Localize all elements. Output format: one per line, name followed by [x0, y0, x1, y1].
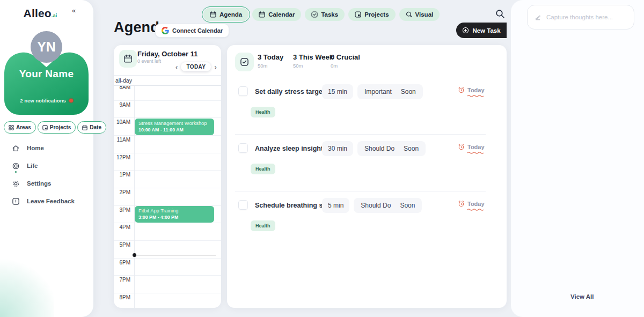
task-duration-chip[interactable]: 15 min	[322, 84, 353, 99]
user-name: Your Name	[4, 68, 89, 80]
calendar-hour-row[interactable]: 8PM	[114, 293, 221, 308]
agenda-calendar-panel: Friday, October 11 0 event left ‹ TODAY …	[114, 45, 221, 308]
google-logo-icon	[162, 27, 169, 34]
filter-tab-projects[interactable]: Projects	[38, 121, 76, 134]
capture-panel	[511, 0, 644, 317]
calendar-event[interactable]: Stress Management Workshop 10:00 AM - 11…	[135, 119, 214, 135]
task-due-label: Today	[467, 144, 485, 150]
view-all-link[interactable]: View All	[570, 293, 594, 300]
capture-thoughts-input[interactable]	[546, 14, 627, 20]
tab-agenda[interactable]: Agenda	[203, 8, 248, 21]
life-active-dot	[15, 171, 17, 173]
task-due[interactable]: Today	[458, 143, 485, 150]
task-row: Set daily stress targets 15 min Importan…	[235, 86, 499, 120]
pen-icon	[535, 13, 541, 21]
tab-projects[interactable]: Projects	[348, 8, 395, 21]
calendar-hour-row[interactable]: 1PM	[114, 170, 221, 188]
hour-label: 1PM	[114, 172, 130, 178]
projects-icon	[355, 11, 361, 18]
calendar-event[interactable]: Fitbit App Training 3:00 PM - 4:00 PM	[135, 206, 214, 223]
filter-tab-areas[interactable]: Areas	[4, 121, 36, 134]
alarm-clock-icon	[458, 143, 465, 150]
task-tag[interactable]: Health	[251, 107, 275, 117]
calendar-hour-row[interactable]: 6PM	[114, 258, 221, 276]
calendar-hour-row[interactable]: 12PM	[114, 153, 221, 171]
task-priority: Important	[364, 88, 392, 95]
capture-thoughts-box	[527, 5, 634, 30]
task-urgency: Soon	[404, 145, 419, 152]
task-checkbox[interactable]	[238, 200, 248, 210]
task-priority-chip[interactable]: Should Do Soon	[354, 198, 422, 213]
checkbox-icon	[240, 57, 249, 67]
plus-circle-icon	[462, 27, 469, 34]
nav-label: Settings	[27, 180, 51, 187]
due-underline-squiggle	[467, 208, 485, 211]
tab-calendar[interactable]: Calendar	[252, 8, 301, 21]
all-day-row[interactable]: all-day	[114, 75, 221, 86]
task-duration-chip[interactable]: 5 min	[322, 198, 349, 213]
hour-label: 8PM	[114, 294, 130, 300]
summary-duration: 50m	[258, 63, 283, 69]
sidebar-filter-tabs: Areas Projects Date	[4, 121, 106, 134]
all-day-label: all-day	[115, 77, 132, 84]
filter-tab-label: Projects	[50, 124, 71, 130]
task-checkbox[interactable]	[238, 86, 248, 96]
sidebar-item-life[interactable]: Life	[12, 160, 75, 172]
task-priority: Should Do	[364, 145, 394, 152]
task-duration-chip[interactable]: 30 min	[322, 141, 353, 156]
task-checkbox[interactable]	[238, 143, 248, 153]
calendar-day-grid: 8AM 9AM 10AM 11AM 12PM 1PM 2PM 3PM 4PM 5…	[114, 83, 221, 308]
task-due[interactable]: Today	[458, 86, 485, 93]
calendar-hour-row[interactable]: 2PM	[114, 188, 221, 205]
hour-label: 7PM	[114, 277, 130, 283]
life-target-icon	[12, 162, 20, 170]
calendar-header-icon-box	[119, 50, 137, 68]
connect-calendar-button[interactable]: Connect Calendar	[155, 24, 229, 38]
calendar-hour-row[interactable]: 4PM	[114, 223, 221, 240]
due-underline-squiggle	[467, 94, 485, 97]
tab-tasks[interactable]: Tasks	[305, 8, 345, 21]
tab-label: Tasks	[321, 11, 338, 18]
top-nav: Agenda Calendar Tasks Projects Visual	[203, 8, 440, 21]
tasks-summary-icon-box	[235, 53, 254, 71]
calendar-hour-row[interactable]: 9AM	[114, 100, 221, 118]
summary-crucial: 0 Crucial 0m	[331, 53, 360, 69]
calendar-hour-row[interactable]: 11AM	[114, 135, 221, 153]
tab-visual[interactable]: Visual	[399, 8, 440, 21]
task-tag[interactable]: Health	[251, 220, 275, 231]
today-button[interactable]: TODAY	[181, 62, 211, 71]
collapse-sidebar-icon[interactable]: «	[72, 6, 76, 14]
filter-tab-date[interactable]: Date	[77, 121, 106, 134]
new-task-label: New Task	[472, 27, 500, 34]
task-tag[interactable]: Health	[251, 164, 275, 174]
current-time-indicator	[133, 253, 216, 257]
calendar-hour-row[interactable]: 7PM	[114, 275, 221, 293]
summary-duration: 0m	[331, 63, 360, 69]
sidebar-item-leave-feedback[interactable]: Leave Feedback	[12, 195, 75, 207]
task-priority-chip[interactable]: Should Do Soon	[357, 141, 426, 156]
agenda-icon	[210, 11, 216, 18]
logo-text: Alleo	[24, 7, 52, 19]
tab-label: Projects	[364, 11, 389, 18]
projects-icon	[42, 125, 48, 130]
calendar-date-nav: ‹ TODAY ›	[175, 62, 217, 71]
summary-today: 3 Today 50m	[258, 53, 283, 69]
notifications-badge[interactable]: 2 new notifications	[4, 98, 89, 104]
calendar-icon	[259, 11, 265, 18]
next-day-icon[interactable]: ›	[214, 63, 217, 71]
search-icon[interactable]	[495, 9, 507, 21]
task-due[interactable]: Today	[458, 200, 485, 207]
prev-day-icon[interactable]: ‹	[175, 63, 178, 71]
task-urgency: Soon	[400, 202, 415, 209]
summary-count: 3 This Week	[293, 53, 333, 61]
avatar[interactable]: YN	[31, 31, 62, 63]
new-task-button[interactable]: New Task	[456, 23, 507, 38]
task-divider	[235, 134, 486, 135]
task-priority-chip[interactable]: Important Soon	[357, 84, 423, 99]
nav-label: Leave Feedback	[27, 198, 75, 204]
hour-label: 6PM	[114, 260, 130, 266]
sidebar-item-settings[interactable]: Settings	[12, 178, 75, 189]
sidebar-item-home[interactable]: Home	[12, 142, 75, 154]
task-chips: 5 min Should Do Soon	[322, 198, 422, 213]
task-divider	[235, 191, 486, 191]
